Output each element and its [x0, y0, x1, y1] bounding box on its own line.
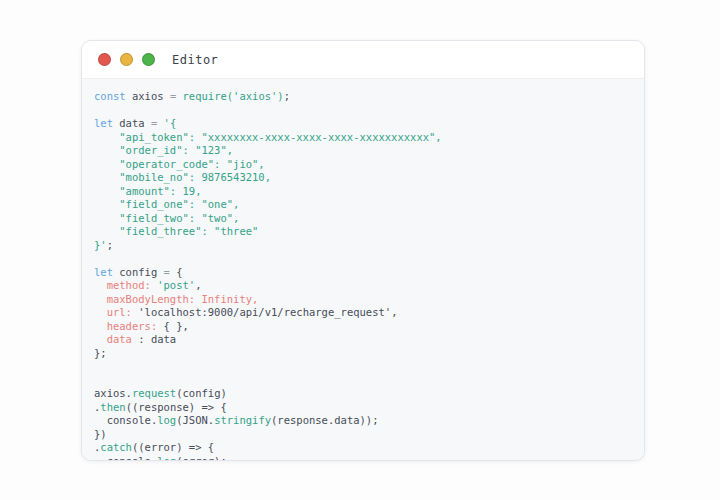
code-line: "mobile_no": 9876543210, — [94, 171, 636, 185]
code-token: (error); — [176, 455, 227, 462]
code-line: console.log(error); — [94, 455, 636, 462]
code-token: "order_id": "123", — [94, 144, 233, 156]
code-token: "field_three": "three" — [94, 225, 258, 237]
code-line: .then((response) => { — [94, 401, 636, 415]
code-line: data : data — [94, 333, 636, 347]
code-token: ; — [107, 239, 113, 251]
code-line: "amount": 19, — [94, 185, 636, 199]
code-token: (JSON. — [176, 414, 214, 426]
code-line: }'; — [94, 239, 636, 253]
code-line: "field_one": "one", — [94, 198, 636, 212]
code-token: require — [183, 90, 227, 102]
code-line: "field_three": "three" — [94, 225, 636, 239]
code-content: const axios = require('axios'); let data… — [82, 79, 644, 461]
code-line: const axios = require('axios'); — [94, 90, 636, 104]
code-token: '{ — [164, 117, 177, 129]
code-line: console.log(JSON.stringify(response.data… — [94, 414, 636, 428]
code-line: }) — [94, 428, 636, 442]
code-token: headers: — [94, 320, 164, 332]
code-token: method: — [94, 279, 157, 291]
code-line: maxBodyLength: Infinity, — [94, 293, 636, 307]
code-line: let data = '{ — [94, 117, 636, 131]
code-token: }' — [94, 239, 107, 251]
code-token: let — [94, 266, 113, 278]
code-token: }) — [94, 428, 107, 440]
code-token: "api_token": "xxxxxxxx-xxxx-xxxx-xxxx-xx… — [94, 131, 442, 143]
code-line: "operator_code": "jio", — [94, 158, 636, 172]
code-token: let — [94, 117, 113, 129]
code-token: axios. — [94, 387, 132, 399]
code-line: .catch((error) => { — [94, 441, 636, 455]
code-token: 'post' — [157, 279, 195, 291]
code-line: method: 'post', — [94, 279, 636, 293]
code-token: 'localhost:9000/api/v1/recharge_request'… — [138, 306, 397, 318]
code-token: console. — [94, 455, 157, 462]
code-token: (config) — [176, 387, 227, 399]
code-line: }; — [94, 347, 636, 361]
code-token: "mobile_no": 9876543210, — [94, 171, 271, 183]
code-token: const — [94, 90, 126, 102]
code-token: data — [113, 117, 151, 129]
code-token: data — [94, 333, 138, 345]
code-line — [94, 104, 636, 118]
editor-window: Editor const axios = require('axios'); l… — [81, 40, 645, 461]
code-token: catch — [100, 441, 132, 453]
close-button[interactable] — [98, 53, 111, 66]
code-line: axios.request(config) — [94, 387, 636, 401]
code-token: { }, — [164, 320, 189, 332]
code-token: }; — [94, 347, 107, 359]
code-token: "amount": 19, — [94, 185, 201, 197]
code-token: { — [170, 266, 183, 278]
code-token: ('axios') — [227, 90, 284, 102]
maximize-button[interactable] — [142, 53, 155, 66]
code-line: let config = { — [94, 266, 636, 280]
code-line — [94, 374, 636, 388]
code-token: : data — [138, 333, 176, 345]
code-token: log — [157, 455, 176, 462]
code-line: url: 'localhost:9000/api/v1/recharge_req… — [94, 306, 636, 320]
code-line: "order_id": "123", — [94, 144, 636, 158]
minimize-button[interactable] — [120, 53, 133, 66]
code-token: ; — [284, 90, 290, 102]
code-token: ((response) => { — [126, 401, 227, 413]
code-token: stringify — [214, 414, 271, 426]
code-token: then — [100, 401, 125, 413]
code-token: (response.data)); — [271, 414, 378, 426]
code-token: console. — [94, 414, 157, 426]
code-token: request — [132, 387, 176, 399]
code-token: ((error) => { — [132, 441, 214, 453]
code-token: "field_two": "two", — [94, 212, 239, 224]
window-title: Editor — [172, 53, 218, 67]
code-line — [94, 252, 636, 266]
code-token: maxBodyLength: Infinity, — [94, 293, 258, 305]
code-token: url: — [94, 306, 138, 318]
code-token: log — [157, 414, 176, 426]
code-line: "api_token": "xxxxxxxx-xxxx-xxxx-xxxx-xx… — [94, 131, 636, 145]
code-line: "field_two": "two", — [94, 212, 636, 226]
code-token: "field_one": "one", — [94, 198, 239, 210]
titlebar[interactable]: Editor — [82, 41, 644, 79]
code-token: "operator_code": "jio", — [94, 158, 265, 170]
code-line — [94, 360, 636, 374]
code-token: , — [195, 279, 201, 291]
code-token: axios — [126, 90, 170, 102]
code-token: config — [113, 266, 164, 278]
code-line: headers: { }, — [94, 320, 636, 334]
